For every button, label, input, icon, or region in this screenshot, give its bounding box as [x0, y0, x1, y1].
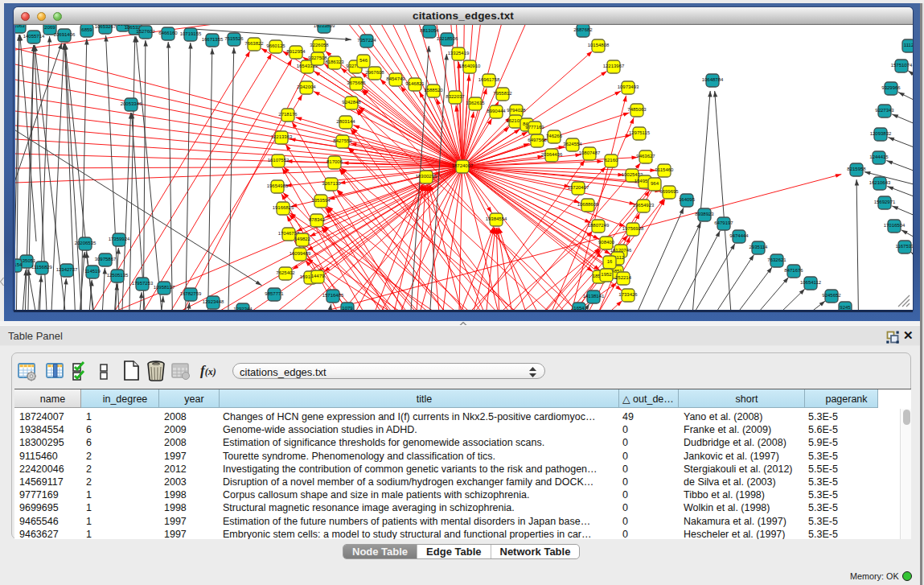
svg-text:20691406: 20691406 — [54, 32, 76, 37]
svg-text:17957253: 17957253 — [132, 281, 154, 286]
svg-text:9245652: 9245652 — [822, 293, 841, 298]
svg-text:7632621: 7632621 — [767, 257, 786, 262]
svg-text:14479: 14479 — [311, 274, 325, 278]
svg-text:16: 16 — [607, 259, 613, 264]
svg-text:19654923: 19654923 — [633, 203, 655, 208]
svg-text:11156829: 11156829 — [31, 265, 52, 270]
svg-text:1952: 1952 — [601, 272, 612, 277]
svg-text:2342004: 2342004 — [297, 84, 316, 89]
svg-text:10154808: 10154808 — [588, 43, 610, 47]
svg-text:2935114: 2935114 — [749, 245, 769, 249]
svg-text:62160: 62160 — [605, 158, 618, 163]
svg-text:3267130: 3267130 — [322, 181, 341, 186]
svg-text:2069: 2069 — [44, 25, 55, 30]
svg-text:16107552: 16107552 — [268, 158, 290, 163]
svg-text:9146821: 9146821 — [405, 81, 425, 86]
svg-text:12342737: 12342737 — [56, 267, 78, 272]
svg-text:9329966: 9329966 — [881, 85, 901, 90]
svg-text:12923448: 12923448 — [203, 299, 224, 304]
svg-text:10654112: 10654112 — [800, 280, 822, 285]
svg-text:10648784: 10648784 — [702, 77, 724, 82]
svg-text:8471676: 8471676 — [784, 268, 803, 273]
svg-text:8938923: 8938923 — [695, 212, 714, 216]
svg-text:1733426: 1733426 — [618, 292, 638, 297]
svg-text:7357224: 7357224 — [357, 38, 376, 43]
svg-text:10688609: 10688609 — [577, 202, 599, 207]
svg-text:1063: 1063 — [15, 25, 25, 28]
svg-text:16033809: 16033809 — [314, 25, 335, 28]
svg-text:908400: 908400 — [598, 240, 615, 245]
svg-text:2803144: 2803144 — [336, 119, 355, 124]
svg-text:7663822: 7663822 — [244, 41, 264, 46]
svg-text:1588520: 1588520 — [424, 88, 443, 93]
svg-text:8454749: 8454749 — [386, 76, 405, 81]
svg-text:19218506: 19218506 — [437, 36, 458, 41]
svg-text:10958137: 10958137 — [154, 285, 175, 290]
svg-text:16782759: 16782759 — [180, 291, 202, 296]
svg-text:9777169: 9777169 — [525, 125, 544, 130]
svg-text:149822: 149822 — [294, 237, 311, 241]
svg-text:18724007: 18724007 — [452, 163, 474, 168]
svg-text:19654985: 19654985 — [267, 183, 289, 188]
svg-text:546: 546 — [359, 58, 368, 63]
svg-text:9245: 9245 — [840, 305, 851, 310]
svg-text:16961758: 16961758 — [478, 77, 500, 82]
svg-text:19384554: 19384554 — [486, 216, 507, 221]
svg-text:14055714: 14055714 — [23, 34, 45, 39]
svg-text:746266: 746266 — [546, 134, 563, 138]
svg-text:817006: 817006 — [326, 159, 343, 164]
svg-text:10973493: 10973493 — [618, 84, 639, 89]
svg-text:17359924: 17359924 — [109, 237, 130, 241]
svg-text:1167533: 1167533 — [896, 244, 913, 249]
svg-text:18640910: 18640910 — [459, 64, 481, 68]
svg-text:252214: 252214 — [615, 275, 632, 280]
svg-text:8322037: 8322037 — [446, 94, 465, 99]
svg-text:15692971: 15692971 — [874, 200, 896, 204]
svg-text:8813054: 8813054 — [420, 28, 439, 33]
svg-text:1112: 1112 — [904, 43, 913, 47]
svg-text:1527602: 1527602 — [136, 29, 155, 34]
svg-text:18807249: 18807249 — [588, 223, 610, 228]
svg-text:1353594: 1353594 — [311, 198, 331, 203]
svg-text:10653267: 10653267 — [95, 25, 117, 29]
svg-text:8990444: 8990444 — [487, 109, 506, 113]
svg-text:15720407: 15720407 — [568, 185, 589, 190]
svg-text:6859: 6859 — [81, 27, 92, 32]
svg-text:8427552: 8427552 — [333, 138, 352, 143]
svg-text:9463627: 9463627 — [636, 154, 655, 159]
svg-text:7515526: 7515526 — [224, 36, 244, 41]
svg-text:10719155: 10719155 — [180, 31, 202, 36]
svg-text:9242848: 9242848 — [342, 100, 361, 105]
svg-text:3226058: 3226058 — [310, 43, 329, 47]
svg-text:964: 964 — [651, 181, 659, 186]
svg-text:9474444: 9474444 — [729, 233, 749, 238]
svg-text:9857771: 9857771 — [265, 291, 284, 296]
svg-text:20206535: 20206535 — [75, 241, 97, 245]
svg-text:7485063: 7485063 — [627, 107, 647, 112]
svg-text:12213967: 12213967 — [603, 64, 625, 68]
svg-text:8912954: 8912954 — [286, 49, 306, 54]
svg-text:2687682: 2687682 — [573, 27, 593, 32]
svg-text:12975115: 12975115 — [629, 130, 651, 135]
svg-text:16671355: 16671355 — [202, 37, 224, 42]
svg-text:9660125: 9660125 — [266, 43, 285, 48]
svg-text:8215958: 8215958 — [847, 167, 866, 171]
svg-text:1362615: 1362615 — [466, 101, 485, 105]
svg-text:39154: 39154 — [15, 262, 23, 267]
svg-text:2718176: 2718176 — [278, 112, 298, 117]
svg-text:878342: 878342 — [309, 217, 326, 222]
svg-text:20364436: 20364436 — [541, 152, 563, 157]
svg-text:6479197: 6479197 — [714, 220, 733, 225]
svg-text:19166825: 19166825 — [273, 205, 294, 210]
svg-text:14138141: 14138141 — [583, 294, 605, 299]
svg-text:12213363: 12213363 — [271, 134, 293, 139]
svg-text:20053346: 20053346 — [121, 101, 142, 106]
svg-text:13325419: 13325419 — [448, 51, 470, 56]
svg-text:15716485: 15716485 — [322, 293, 344, 298]
svg-text:9227343: 9227343 — [875, 108, 894, 113]
svg-text:9115460: 9115460 — [655, 167, 675, 172]
svg-text:10807487: 10807487 — [579, 150, 601, 155]
svg-text:7625402: 7625402 — [276, 270, 295, 275]
svg-text:7955812: 7955812 — [493, 91, 512, 96]
svg-text:16210643: 16210643 — [869, 180, 891, 185]
